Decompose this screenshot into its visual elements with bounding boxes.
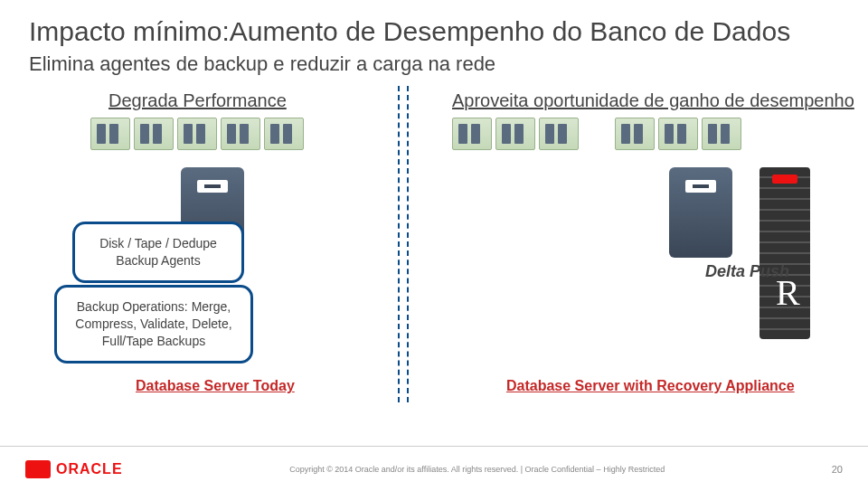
delta-push-label: Delta Push	[705, 262, 789, 282]
database-server-right-icon	[669, 167, 732, 258]
vertical-divider	[398, 86, 400, 402]
building-icon	[658, 118, 698, 150]
buildings-cluster-right-1	[452, 118, 579, 150]
building-icon	[90, 118, 130, 150]
slide-subtitle: Elimina agentes de backup e reduzir a ca…	[29, 52, 495, 76]
oracle-logo: ORACLE	[25, 460, 123, 478]
right-column-header: Aproveita oportunidade de ganho de desem…	[452, 90, 854, 111]
footer-page-number: 20	[832, 464, 843, 475]
building-icon	[615, 118, 655, 150]
caption-left: Database Server Today	[136, 378, 295, 394]
building-icon	[264, 118, 304, 150]
building-icon	[177, 118, 217, 150]
left-column-header: Degrada Performance	[108, 90, 287, 111]
building-icon	[539, 118, 579, 150]
building-icon	[702, 118, 741, 150]
buildings-cluster-right-2	[615, 118, 741, 150]
footer: ORACLE Copyright © 2014 Oracle and/or it…	[0, 446, 868, 491]
bubble-backup-operations: Backup Operations: Merge, Compress, Vali…	[54, 285, 253, 364]
oracle-logo-icon	[25, 460, 51, 478]
building-icon	[495, 118, 535, 150]
building-icon	[134, 118, 174, 150]
footer-copyright: Copyright © 2014 Oracle and/or its affil…	[137, 465, 817, 474]
building-icon	[221, 118, 260, 150]
oracle-logo-text: ORACLE	[56, 461, 123, 477]
caption-right: Database Server with Recovery Appliance	[506, 378, 795, 394]
vertical-divider-shadow	[407, 86, 409, 402]
building-icon	[452, 118, 492, 150]
slide-title: Impacto mínimo:Aumento de Desempenho do …	[29, 16, 790, 47]
buildings-cluster-left	[90, 118, 304, 150]
bubble-backup-agents: Disk / Tape / Dedupe Backup Agents	[72, 222, 244, 283]
